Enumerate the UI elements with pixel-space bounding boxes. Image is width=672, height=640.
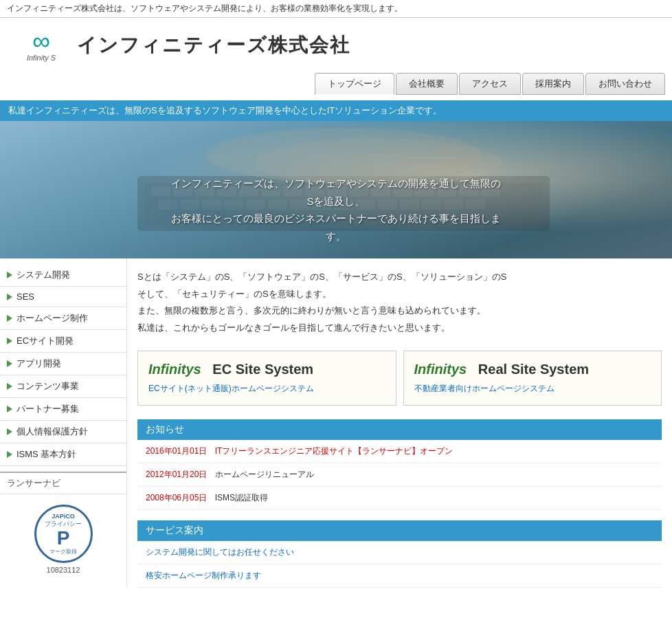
sidebar-item-isms[interactable]: ISMS 基本方針 [0,443,126,466]
arrow-icon [7,338,12,344]
real-card-link[interactable]: 不動産業者向けホームページシステム [414,384,555,393]
company-name: インフィニティーズ株式会社 [77,32,350,58]
hero-text: インフィニティーズは、ソフトウェアやシステムの開発を通して無限のSを追及し、 お… [168,175,504,245]
privacy-p-symbol: P [57,529,70,548]
sidebar-item-homepage[interactable]: ホームページ制作 [0,307,126,330]
nav-contact[interactable]: お問い合わせ [585,73,665,95]
news-header: お知らせ [137,419,662,440]
tagline-bar: 私達インフィニティーズは、無限のSを追及するソフトウェア開発を中心としたITソリ… [0,100,672,121]
ec-site-card: Infinitys EC Site System ECサイト(ネット通販)ホーム… [137,351,396,406]
ec-card-title: Infinitys EC Site System [148,362,385,377]
arrow-icon [7,315,12,322]
service-link-1[interactable]: システム開発に関してはお任せください [146,547,294,557]
real-site-card: Infinitys Real Site System 不動産業者向けホームページ… [403,351,662,406]
right-content: Sとは「システム」のS、「ソフトウェア」のS、「サービス」のS、「ソリューション… [127,258,672,588]
sidebar-item-system-dev[interactable]: システム開発 [0,264,126,287]
nav-top[interactable]: トップページ [315,73,394,95]
news-section: お知らせ 2016年01月01日 ITフリーランスエンジニア応援サイト【ランサー… [137,419,662,510]
service-section: サービス案内 システム開発に関してはお任せください 格安ホームページ制作承ります [137,520,662,588]
arrow-icon [7,451,12,458]
arrow-icon [7,360,12,367]
nav-access[interactable]: アクセス [459,73,521,95]
real-card-title: Infinitys Real Site System [414,362,651,377]
privacy-number: 10823112 [0,566,126,574]
sidebar-item-app[interactable]: アプリ開発 [0,353,126,375]
logo-image: ∞ Infinity S [14,25,69,66]
header: ∞ Infinity S インフィニティーズ株式会社 [0,18,672,73]
news-item-3: 2008年06月05日 ISMS認証取得 [137,487,662,510]
news-link-1[interactable]: ITフリーランスエンジニア応援サイト【ランサーナビ】オープン [215,446,453,456]
ec-card-link[interactable]: ECサイト(ネット通販)ホームページシステム [148,384,314,393]
service-link-2[interactable]: 格安ホームページ制作承ります [146,571,261,580]
sidebar-item-contents[interactable]: コンテンツ事業 [0,375,126,398]
arrow-icon [7,406,12,412]
service-item-2: 格安ホームページ制作承ります [137,564,662,588]
arrow-icon [7,272,12,278]
sidebar-item-ses[interactable]: SES [0,287,126,307]
news-item-2: 2012年01月20日 ホームページリニューアル [137,463,662,487]
description-text: Sとは「システム」のS、「ソフトウェア」のS、「サービス」のS、「ソリューション… [137,269,662,337]
nav-about[interactable]: 会社概要 [396,73,458,95]
service-item-1: システム開発に関してはお任せください [137,541,662,564]
top-banner: インフィニティーズ株式会社は、ソフトウェアやシステム開発により、お客様の業務効率… [0,0,672,18]
infinity-s-text: Infinity S [27,54,56,62]
arrow-icon [7,294,12,300]
cards-row: Infinitys EC Site System ECサイト(ネット通販)ホーム… [137,351,662,406]
service-header: サービス案内 [137,520,662,541]
privacy-mark-area: JAPiCO プライバシー P マーク取得 10823112 [0,505,126,574]
logo-area: ∞ Infinity S インフィニティーズ株式会社 [14,25,350,66]
sidebar-item-privacy[interactable]: 個人情報保護方針 [0,421,126,443]
arrow-icon [7,383,12,390]
sidebar: システム開発 SES ホームページ制作 ECサイト開発 アプリ開発 コンテンツ事… [0,258,127,588]
privacy-circle: JAPiCO プライバシー P マーク取得 [34,505,93,563]
nav-bar: トップページ 会社概要 アクセス 採用案内 お問い合わせ [0,73,672,100]
main-content: システム開発 SES ホームページ制作 ECサイト開発 アプリ開発 コンテンツ事… [0,258,672,588]
arrow-icon [7,428,12,435]
infinity-symbol: ∞ [32,29,50,54]
nav-recruit[interactable]: 採用案内 [522,73,584,95]
sidebar-item-ec[interactable]: ECサイト開発 [0,330,126,353]
ranser-navi-label: ランサーナビ [0,473,126,494]
hero-image: インフィニティーズは、ソフトウェアやシステムの開発を通して無限のSを追及し、 お… [0,121,672,258]
sidebar-item-partner[interactable]: パートナー募集 [0,398,126,421]
news-item-1: 2016年01月01日 ITフリーランスエンジニア応援サイト【ランサーナビ】オー… [137,440,662,463]
